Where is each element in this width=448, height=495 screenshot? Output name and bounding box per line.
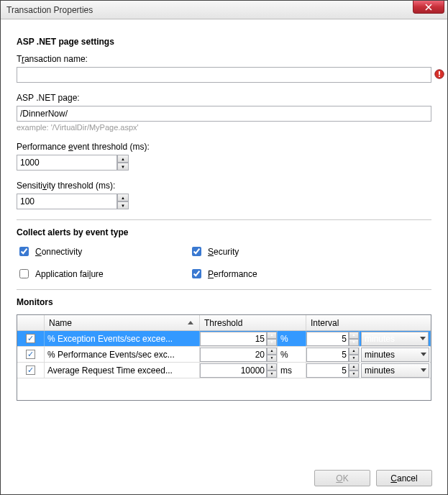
row-interval[interactable]: ▲▼ [306, 347, 360, 362]
table-row[interactable]: % Performance Events/sec exc...▲▼%▲▼minu… [17, 347, 431, 363]
spin-down-icon[interactable]: ▼ [267, 339, 277, 346]
row-unit: % [278, 331, 306, 346]
security-label: Security [208, 247, 239, 257]
row-checkbox[interactable] [26, 334, 35, 343]
connectivity-checkbox[interactable] [19, 247, 29, 256]
table-row[interactable]: Average Request Time exceed...▲▼ms▲▼minu… [17, 363, 431, 378]
sensitivity-label: Sensitivity threshold (ms): [17, 181, 431, 191]
appfailure-label: Application failure [35, 269, 104, 279]
row-interval-unit[interactable]: minutes [360, 331, 431, 346]
spin-down-icon[interactable]: ▼ [267, 355, 277, 362]
row-threshold[interactable]: ▲▼ [200, 363, 278, 378]
interval-input[interactable] [306, 332, 349, 346]
row-unit: ms [278, 363, 306, 378]
performance-checkbox[interactable] [192, 269, 201, 278]
spin-up-icon[interactable]: ▲ [117, 155, 129, 163]
row-interval-unit[interactable]: minutes [360, 347, 431, 362]
spin-up-icon[interactable]: ▲ [349, 332, 359, 339]
threshold-input[interactable] [200, 332, 267, 346]
sensitivity-input[interactable] [17, 194, 117, 209]
row-interval[interactable]: ▲▼ [306, 363, 360, 378]
titlebar: Transaction Properties [1, 1, 447, 19]
spin-down-icon[interactable]: ▼ [267, 371, 277, 378]
window-title: Transaction Properties [6, 5, 93, 15]
spin-up-icon[interactable]: ▲ [267, 332, 277, 339]
connectivity-label: Connectivity [35, 247, 82, 257]
asp-page-input[interactable] [17, 106, 431, 122]
appfailure-checkbox[interactable] [19, 269, 29, 278]
interval-unit-combo[interactable]: minutes [361, 348, 429, 362]
svg-rect-1 [439, 71, 440, 75]
chevron-down-icon [421, 353, 426, 356]
row-threshold[interactable]: ▲▼ [200, 347, 278, 362]
table-row[interactable]: % Exception Events/sec excee...▲▼%▲▼minu… [17, 331, 431, 347]
row-checkbox[interactable] [26, 365, 35, 375]
spin-down-icon[interactable]: ▼ [117, 163, 129, 171]
chevron-down-icon [420, 337, 426, 340]
asp-page-hint: example: '/VirtualDir/MyPage.aspx' [17, 123, 431, 132]
row-check-cell[interactable] [17, 347, 45, 362]
asp-page-label: ASP .NET page: [17, 93, 431, 103]
spin-up-icon[interactable]: ▲ [267, 363, 277, 371]
row-unit: % [278, 347, 306, 362]
ok-button[interactable]: OK [314, 470, 370, 486]
row-name: Average Request Time exceed... [45, 363, 200, 378]
interval-input[interactable] [306, 348, 349, 362]
row-name: % Performance Events/sec exc... [45, 347, 200, 362]
transaction-name-label: Transaction name: [17, 54, 431, 64]
row-checkbox[interactable] [26, 350, 35, 359]
perf-threshold-input[interactable] [17, 155, 117, 171]
monitors-header: Name Threshold Interval [17, 315, 431, 331]
row-threshold[interactable]: ▲▼ [200, 331, 278, 346]
section-monitors: Monitors [17, 297, 431, 307]
col-header-name[interactable]: Name [45, 315, 200, 330]
row-check-cell[interactable] [17, 331, 45, 346]
chevron-down-icon [421, 368, 426, 372]
close-button[interactable] [413, 1, 444, 14]
row-check-cell[interactable] [17, 363, 45, 378]
perf-threshold-label: Performance event threshold (ms): [17, 142, 431, 152]
error-icon [434, 69, 444, 79]
spin-up-icon[interactable]: ▲ [349, 363, 359, 371]
interval-input[interactable] [306, 363, 349, 378]
sensitivity-spinner[interactable]: ▲ ▼ [117, 194, 129, 209]
sort-asc-icon [188, 321, 193, 324]
col-header-threshold[interactable]: Threshold [200, 315, 306, 330]
spin-down-icon[interactable]: ▼ [349, 339, 359, 346]
transaction-name-input[interactable] [17, 67, 431, 83]
row-interval-unit[interactable]: minutes [360, 363, 431, 378]
perf-threshold-spinner[interactable]: ▲ ▼ [117, 155, 129, 171]
row-name: % Exception Events/sec excee... [45, 331, 200, 346]
spin-down-icon[interactable]: ▼ [349, 371, 359, 378]
spin-up-icon[interactable]: ▲ [349, 348, 359, 355]
spin-up-icon[interactable]: ▲ [267, 348, 277, 355]
spin-up-icon[interactable]: ▲ [117, 194, 129, 201]
spin-down-icon[interactable]: ▼ [349, 355, 359, 362]
spin-down-icon[interactable]: ▼ [117, 201, 129, 209]
security-checkbox[interactable] [192, 247, 201, 256]
interval-unit-combo[interactable]: minutes [361, 363, 429, 378]
col-header-check[interactable] [17, 315, 45, 330]
close-icon [425, 4, 432, 11]
col-header-interval[interactable]: Interval [306, 315, 431, 330]
section-page-settings: ASP .NET page settings [17, 37, 431, 47]
threshold-input[interactable] [200, 363, 267, 378]
row-interval[interactable]: ▲▼ [306, 331, 360, 346]
monitors-grid: Name Threshold Interval % Exception Even… [17, 314, 431, 401]
performance-label: Performance [208, 269, 257, 279]
cancel-button[interactable]: Cancel [376, 470, 432, 486]
section-alerts: Collect alerts by event type [17, 227, 431, 237]
interval-unit-combo[interactable]: minutes [361, 332, 429, 346]
svg-rect-2 [439, 76, 440, 77]
threshold-input[interactable] [200, 348, 267, 362]
